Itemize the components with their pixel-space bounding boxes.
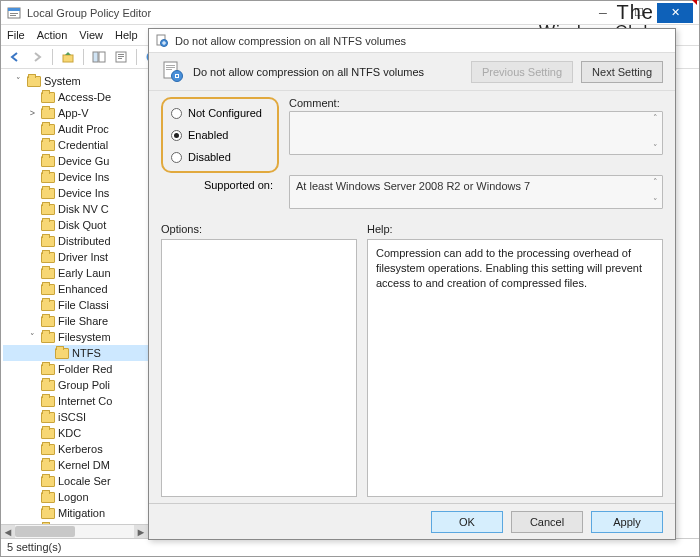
close-button[interactable]: ✕ (657, 3, 693, 23)
svg-rect-9 (118, 56, 124, 57)
folder-icon (41, 428, 55, 439)
comment-textarea[interactable]: ˄ ˅ (289, 111, 663, 155)
minimize-button[interactable]: ─ (585, 3, 621, 23)
tree-item[interactable]: >App-V (3, 105, 148, 121)
tree-item[interactable]: Disk NV C (3, 201, 148, 217)
previous-setting-button[interactable]: Previous Setting (471, 61, 573, 83)
tree-item[interactable]: Device Ins (3, 185, 148, 201)
tree-item[interactable]: Folder Red (3, 361, 148, 377)
options-panel (161, 239, 357, 497)
up-button[interactable] (58, 47, 78, 67)
tree-label: iSCSI (58, 411, 86, 423)
radio-label: Not Configured (188, 107, 262, 119)
supported-on-box: At least Windows Server 2008 R2 or Windo… (289, 175, 663, 209)
tree-label: Driver Inst (58, 251, 108, 263)
dialog-title: Do not allow compression on all NTFS vol… (175, 35, 406, 47)
chevron-up-icon[interactable]: ˄ (650, 113, 660, 123)
tree-item[interactable]: Kernel DM (3, 457, 148, 473)
tree-item[interactable]: KDC (3, 425, 148, 441)
scroll-right-icon[interactable]: ► (134, 525, 148, 538)
tree-item[interactable]: iSCSI (3, 409, 148, 425)
folder-icon (41, 188, 55, 199)
expander-icon[interactable]: ˅ (27, 332, 38, 342)
svg-rect-2 (10, 13, 18, 14)
folder-icon (41, 332, 55, 343)
tree-item[interactable]: Device Gu (3, 153, 148, 169)
svg-rect-18 (166, 69, 172, 70)
tree-panel[interactable]: ˅SystemAccess-De>App-VAudit ProcCredenti… (1, 71, 149, 538)
tree-item[interactable]: Audit Proc (3, 121, 148, 137)
folder-icon (41, 252, 55, 263)
tree-label: Group Poli (58, 379, 110, 391)
tree-item[interactable]: Distributed (3, 233, 148, 249)
tree-item[interactable]: NTFS (3, 345, 148, 361)
tree-item[interactable]: ˅System (3, 73, 148, 89)
ok-button[interactable]: OK (431, 511, 503, 533)
tree-label: Locale Ser (58, 475, 111, 487)
menu-view[interactable]: View (79, 29, 103, 41)
tree-item[interactable]: ˅Filesystem (3, 329, 148, 345)
tree-item[interactable]: Logon (3, 489, 148, 505)
back-button[interactable] (5, 47, 25, 67)
tree-item[interactable]: Access-De (3, 89, 148, 105)
tree-item[interactable]: Driver Inst (3, 249, 148, 265)
folder-icon (41, 460, 55, 471)
tree-label: Filesystem (58, 331, 111, 343)
apply-button[interactable]: Apply (591, 511, 663, 533)
svg-rect-10 (118, 58, 122, 59)
chevron-up-icon[interactable]: ˄ (650, 177, 660, 187)
main-titlebar: Local Group Policy Editor ─ ☐ ✕ (1, 1, 699, 25)
expander-icon[interactable]: ˅ (13, 76, 24, 86)
radio-icon (171, 152, 182, 163)
window-controls: ─ ☐ ✕ (585, 3, 693, 23)
tree-item[interactable]: Kerberos (3, 441, 148, 457)
svg-rect-17 (166, 67, 175, 68)
horizontal-scrollbar[interactable]: ◄ ► (1, 524, 148, 538)
folder-icon (41, 444, 55, 455)
radio-enabled[interactable]: Enabled (171, 129, 269, 141)
radio-icon (171, 130, 182, 141)
expander-icon[interactable]: > (27, 108, 38, 118)
tree-label: Device Ins (58, 187, 109, 199)
supported-on-text: At least Windows Server 2008 R2 or Windo… (296, 180, 530, 192)
forward-button[interactable] (27, 47, 47, 67)
tree-label: Kernel DM (58, 459, 110, 471)
scrollbar-thumb[interactable] (15, 526, 75, 537)
tree-item[interactable]: File Classi (3, 297, 148, 313)
tree-item[interactable]: Device Ins (3, 169, 148, 185)
folder-icon (41, 108, 55, 119)
radio-label: Enabled (188, 129, 228, 141)
tree-label: Device Gu (58, 155, 109, 167)
menu-file[interactable]: File (7, 29, 25, 41)
status-text: 5 setting(s) (7, 541, 61, 553)
svg-rect-4 (63, 55, 73, 62)
cancel-button[interactable]: Cancel (511, 511, 583, 533)
tree-item[interactable]: Locale Ser (3, 473, 148, 489)
folder-icon (41, 380, 55, 391)
show-hide-tree-button[interactable] (89, 47, 109, 67)
tree-label: Logon (58, 491, 89, 503)
tree-item[interactable]: Internet Co (3, 393, 148, 409)
tree-item[interactable]: Early Laun (3, 265, 148, 281)
help-text: Compression can add to the processing ov… (376, 247, 642, 289)
tree-item[interactable]: Disk Quot (3, 217, 148, 233)
next-setting-button[interactable]: Next Setting (581, 61, 663, 83)
tree-label: Folder Red (58, 363, 112, 375)
menu-action[interactable]: Action (37, 29, 68, 41)
tree-item[interactable]: Group Poli (3, 377, 148, 393)
tree-label: KDC (58, 427, 81, 439)
chevron-down-icon[interactable]: ˅ (650, 143, 660, 153)
radio-not-configured[interactable]: Not Configured (171, 107, 269, 119)
tree-item[interactable]: Enhanced (3, 281, 148, 297)
menu-help[interactable]: Help (115, 29, 138, 41)
properties-button[interactable] (111, 47, 131, 67)
tree-item[interactable]: Credential (3, 137, 148, 153)
tree-item[interactable]: File Share (3, 313, 148, 329)
radio-disabled[interactable]: Disabled (171, 151, 269, 163)
dialog-titlebar: Do not allow compression on all NTFS vol… (149, 29, 675, 53)
maximize-button[interactable]: ☐ (621, 3, 657, 23)
svg-rect-6 (99, 52, 105, 62)
chevron-down-icon[interactable]: ˅ (650, 197, 660, 207)
tree-item[interactable]: Mitigation (3, 505, 148, 521)
scroll-left-icon[interactable]: ◄ (1, 525, 15, 538)
